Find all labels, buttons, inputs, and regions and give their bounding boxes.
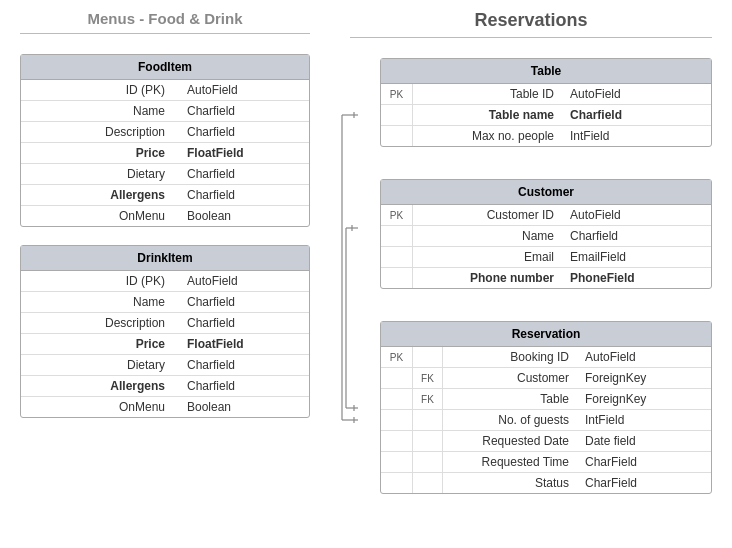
field-name: Table name — [413, 105, 562, 125]
drink-item-table: DrinkItem ID (PK) AutoField Name Charfie… — [20, 245, 310, 418]
table-row: No. of guestsIntField — [381, 410, 711, 431]
fk-col: FK — [413, 389, 443, 409]
table-row: Description Charfield — [21, 122, 309, 143]
table-row: OnMenu Boolean — [21, 397, 309, 417]
right-tables: Table PKTable IDAutoFieldTable nameCharf… — [350, 58, 712, 512]
field-type: Charfield — [562, 105, 711, 125]
table-row: Table nameCharfield — [381, 105, 711, 126]
table-row: Dietary Charfield — [21, 355, 309, 376]
table-row: Name Charfield — [21, 101, 309, 122]
drink-item-rows: ID (PK) AutoField Name Charfield Descrip… — [21, 271, 309, 417]
table-row: Allergens Charfield — [21, 376, 309, 397]
left-panel-title: Menus - Food & Drink — [20, 10, 310, 34]
customer-entity-rows: PKCustomer IDAutoFieldNameCharfieldEmail… — [381, 205, 711, 288]
field-type: Charfield — [179, 101, 309, 121]
field-name: Dietary — [21, 355, 179, 375]
field-type: FloatField — [179, 334, 309, 354]
customer-entity-header: Customer — [381, 180, 711, 205]
field-type: CharField — [577, 473, 711, 493]
field-name: Customer — [443, 368, 577, 388]
fk-col — [413, 473, 443, 493]
field-type: Charfield — [179, 376, 309, 396]
table-entity: Table PKTable IDAutoFieldTable nameCharf… — [380, 58, 712, 147]
field-type: ForeignKey — [577, 368, 711, 388]
right-panel-title: Reservations — [350, 10, 712, 38]
field-type: Charfield — [179, 355, 309, 375]
table-row: NameCharfield — [381, 226, 711, 247]
table-row: PKTable IDAutoField — [381, 84, 711, 105]
table-entity-rows: PKTable IDAutoFieldTable nameCharfieldMa… — [381, 84, 711, 146]
reservation-entity-rows: PKBooking IDAutoFieldFKCustomerForeignKe… — [381, 347, 711, 493]
field-name: Dietary — [21, 164, 179, 184]
table-row: Max no. peopleIntField — [381, 126, 711, 146]
field-name: Description — [21, 122, 179, 142]
pk-col — [381, 247, 413, 267]
field-name: Requested Date — [443, 431, 577, 451]
field-name: ID (PK) — [21, 271, 179, 291]
table-row: StatusCharField — [381, 473, 711, 493]
fk-col: FK — [413, 368, 443, 388]
field-name: Description — [21, 313, 179, 333]
field-name: Booking ID — [443, 347, 577, 367]
field-name: Allergens — [21, 185, 179, 205]
fk-col — [413, 410, 443, 430]
table-row: Name Charfield — [21, 292, 309, 313]
pk-col — [381, 126, 413, 146]
field-type: EmailField — [562, 247, 711, 267]
pk-col: PK — [381, 347, 413, 367]
reservation-entity-header: Reservation — [381, 322, 711, 347]
field-name: Status — [443, 473, 577, 493]
field-type: FloatField — [179, 143, 309, 163]
field-name: Max no. people — [413, 126, 562, 146]
field-name: Price — [21, 334, 179, 354]
page: Menus - Food & Drink FoodItem ID (PK) Au… — [0, 0, 732, 548]
field-type: Charfield — [179, 292, 309, 312]
field-type: IntField — [577, 410, 711, 430]
fk-col — [413, 347, 443, 367]
field-name: Table — [443, 389, 577, 409]
field-name: Phone number — [413, 268, 562, 288]
field-type: Charfield — [179, 164, 309, 184]
field-name: Name — [413, 226, 562, 246]
table-row: Description Charfield — [21, 313, 309, 334]
field-name: Requested Time — [443, 452, 577, 472]
left-panel: Menus - Food & Drink FoodItem ID (PK) Au… — [0, 0, 330, 548]
fk-col — [413, 452, 443, 472]
field-type: Charfield — [179, 122, 309, 142]
table-entity-header: Table — [381, 59, 711, 84]
fk-col — [413, 431, 443, 451]
table-row: Phone numberPhoneField — [381, 268, 711, 288]
field-type: PhoneField — [562, 268, 711, 288]
pk-col: PK — [381, 205, 413, 225]
field-name: Email — [413, 247, 562, 267]
field-name: Allergens — [21, 376, 179, 396]
field-type: Charfield — [562, 226, 711, 246]
field-type: ForeignKey — [577, 389, 711, 409]
field-type: AutoField — [179, 271, 309, 291]
field-name: Table ID — [413, 84, 562, 104]
table-row: ID (PK) AutoField — [21, 271, 309, 292]
table-row: OnMenu Boolean — [21, 206, 309, 226]
field-type: IntField — [562, 126, 711, 146]
table-row: ID (PK) AutoField — [21, 80, 309, 101]
table-row: FKCustomerForeignKey — [381, 368, 711, 389]
customer-entity: Customer PKCustomer IDAutoFieldNameCharf… — [380, 179, 712, 289]
field-type: Boolean — [179, 206, 309, 226]
field-name: ID (PK) — [21, 80, 179, 100]
pk-col — [381, 389, 413, 409]
table-row: Requested DateDate field — [381, 431, 711, 452]
food-item-table: FoodItem ID (PK) AutoField Name Charfiel… — [20, 54, 310, 227]
right-panel: Reservations Table PKTable IDAutoFieldTa… — [330, 0, 732, 548]
table-row: EmailEmailField — [381, 247, 711, 268]
field-name: Price — [21, 143, 179, 163]
table-row: Dietary Charfield — [21, 164, 309, 185]
field-type: Boolean — [179, 397, 309, 417]
field-name: OnMenu — [21, 206, 179, 226]
field-type: Charfield — [179, 313, 309, 333]
food-item-rows: ID (PK) AutoField Name Charfield Descrip… — [21, 80, 309, 226]
field-name: Name — [21, 101, 179, 121]
pk-col — [381, 226, 413, 246]
field-type: AutoField — [179, 80, 309, 100]
field-name: OnMenu — [21, 397, 179, 417]
field-type: CharField — [577, 452, 711, 472]
